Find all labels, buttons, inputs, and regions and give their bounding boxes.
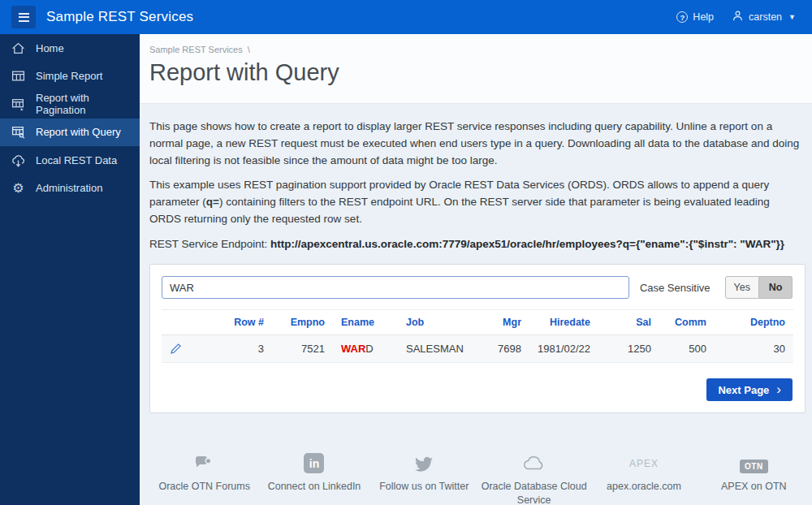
cell-ename: WARD: [333, 335, 398, 363]
page-body-region: This page shows how to create a report t…: [140, 104, 812, 505]
footer-link-label: Oracle Database Cloud Service: [482, 480, 587, 505]
sidebar-item-home[interactable]: Home: [0, 34, 140, 63]
rest-endpoint-line: REST Service Endpoint: http://apexcentra…: [149, 238, 804, 250]
sidebar-item-report-with-pagination[interactable]: Report with Pagination: [0, 90, 140, 119]
table-row: 3 7521 WARD SALESMAN 7698 1981/02/22 125…: [162, 335, 793, 363]
chevron-right-icon: ›: [776, 382, 781, 396]
next-page-button[interactable]: Next Page›: [706, 378, 793, 401]
otn-badge-icon: OTN: [740, 449, 768, 473]
footer-link-label: Oracle OTN Forums: [158, 480, 250, 494]
home-icon: [11, 41, 25, 55]
rest-endpoint-label: REST Service Endpoint:: [149, 238, 270, 250]
linkedin-icon: in: [304, 449, 324, 473]
breadcrumb-link[interactable]: Sample REST Services: [149, 45, 243, 54]
cell-job: SALESMAN: [398, 335, 471, 363]
main-content: Sample REST Services\ Report with Query …: [140, 34, 812, 505]
help-icon: ?: [676, 11, 688, 23]
footer-link-db-cloud-service[interactable]: Oracle Database Cloud Service: [479, 449, 589, 505]
user-icon: [732, 10, 744, 24]
sidebar-item-administration[interactable]: ⚙ Administration: [0, 175, 140, 203]
sidebar-item-label: Report with Pagination: [36, 92, 140, 116]
column-header-sal[interactable]: Sal: [598, 310, 659, 335]
footer-link-label: Follow us on Twitter: [379, 480, 469, 494]
hamburger-menu-button[interactable]: [11, 6, 36, 28]
sidebar-item-local-rest-data[interactable]: Local REST Data: [0, 146, 140, 175]
column-header-deptno[interactable]: Deptno: [715, 310, 793, 335]
cell-deptno: 30: [715, 335, 793, 363]
app-title: Sample REST Services: [46, 9, 193, 25]
sidebar-nav: Home Simple Report Report with Paginatio…: [0, 34, 140, 505]
footer-link-label: apex.oracle.com: [607, 480, 681, 494]
chevron-down-icon: ▼: [788, 13, 796, 21]
cell-sal: 1250: [598, 335, 659, 363]
app-header: Sample REST Services ? Help carsten ▼: [0, 0, 812, 34]
footer-link-apex-oracle-com[interactable]: APEX apex.oracle.com: [589, 449, 698, 505]
cloud-icon: [522, 449, 546, 473]
column-header-comm[interactable]: Comm: [659, 310, 715, 335]
rest-endpoint-url: http://apexcentral.us.oracle.com:7779/ap…: [270, 238, 784, 250]
sidebar-item-label: Administration: [36, 182, 102, 194]
table-search-icon: [11, 125, 25, 139]
help-label: Help: [693, 11, 714, 23]
column-header-empno[interactable]: Empno: [272, 310, 333, 335]
footer-link-label: Connect on LinkedIn: [268, 480, 361, 494]
footer-links: Oracle OTN Forums in Connect on LinkedIn…: [149, 449, 809, 505]
twitter-icon: [413, 449, 434, 473]
footer-link-label: APEX on OTN: [721, 480, 787, 494]
employees-report-table: Row # Empno Ename Job Mgr Hiredate Sal C…: [162, 309, 793, 363]
footer-link-otn-forums[interactable]: Oracle OTN Forums: [149, 449, 259, 505]
sidebar-item-simple-report[interactable]: Simple Report: [0, 63, 140, 91]
cloud-download-icon: [11, 153, 25, 167]
table-pagination-icon: [11, 97, 25, 111]
user-label: carsten: [749, 11, 782, 23]
case-sensitive-label: Case Sensitive: [640, 282, 710, 294]
breadcrumb: Sample REST Services\: [149, 45, 812, 54]
case-sensitive-toggle: Yes No: [725, 276, 793, 299]
search-match-highlight: WAR: [341, 343, 365, 355]
cell-hiredate: 1981/02/22: [529, 335, 598, 363]
column-header-edit: [162, 310, 199, 335]
app-window: Sample REST Services ? Help carsten ▼: [0, 0, 812, 505]
intro-paragraph-2: This example uses REST pagination suppor…: [149, 176, 804, 227]
page-title: Report with Query: [149, 59, 812, 86]
intro-paragraph-1: This page shows how to create a report t…: [149, 118, 804, 169]
page-header-region: Sample REST Services\ Report with Query: [140, 34, 812, 104]
cell-comm: 500: [659, 335, 715, 363]
column-header-ename[interactable]: Ename: [333, 310, 398, 335]
sidebar-item-label: Local REST Data: [36, 154, 117, 166]
case-sensitive-no-button[interactable]: No: [759, 276, 793, 299]
sidebar-item-label: Report with Query: [36, 126, 121, 138]
apex-text-icon: APEX: [629, 449, 659, 473]
gear-icon: ⚙: [11, 181, 25, 195]
sidebar-item-label: Home: [36, 42, 64, 54]
case-sensitive-yes-button[interactable]: Yes: [725, 276, 759, 299]
footer-link-twitter[interactable]: Follow us on Twitter: [369, 449, 479, 505]
cell-empno: 7521: [272, 335, 333, 363]
column-header-rownum[interactable]: Row #: [199, 310, 272, 335]
cell-rownum: 3: [199, 335, 272, 363]
cell-mgr: 7698: [471, 335, 529, 363]
forum-icon: [194, 449, 215, 473]
table-icon: [11, 69, 25, 83]
user-menu[interactable]: carsten ▼: [732, 10, 796, 24]
sidebar-item-label: Simple Report: [36, 70, 102, 82]
help-menu[interactable]: ? Help: [676, 11, 714, 23]
breadcrumb-separator: \: [248, 45, 250, 54]
column-header-job[interactable]: Job: [398, 310, 471, 335]
sidebar-item-report-with-query[interactable]: Report with Query: [0, 119, 140, 147]
column-header-hiredate[interactable]: Hiredate: [529, 310, 598, 335]
query-search-input[interactable]: [162, 276, 629, 299]
column-header-mgr[interactable]: Mgr: [471, 310, 529, 335]
footer-link-apex-on-otn[interactable]: OTN APEX on OTN: [699, 449, 809, 505]
report-card: Case Sensitive Yes No Row # Empno Ename: [149, 264, 806, 413]
edit-row-button[interactable]: [162, 335, 199, 363]
footer-link-linkedin[interactable]: in Connect on LinkedIn: [259, 449, 369, 505]
